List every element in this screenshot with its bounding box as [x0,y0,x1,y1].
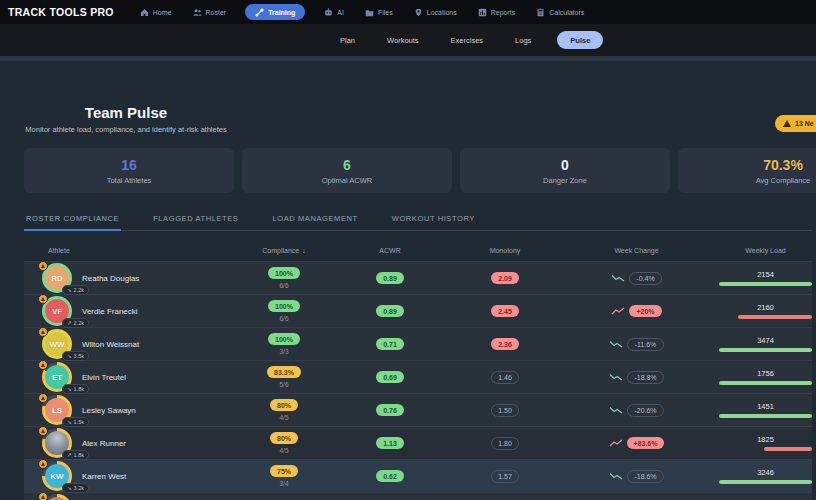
acwr-cell: 0.89 [324,262,456,294]
table-row-partial[interactable] [24,492,812,500]
trend-down-icon [611,274,625,282]
page-header: Team Pulse Monitor athlete load, complia… [24,104,228,134]
nav-item-calculators[interactable]: Calculators [534,4,586,20]
week-change-cell: +83.6% [554,427,719,459]
trend-up-icon [609,439,623,447]
table-row[interactable]: LS↘1.5kLesley Sawayn80%4/50.761.50-20.6%… [24,393,812,426]
table-row[interactable]: VF↗2.2kVerdie Franecki100%6/60.892.45+20… [24,294,812,327]
nav-item-ai[interactable]: AI [322,4,346,20]
stat-card-total-athletes: 16Total Athletes [24,148,234,193]
nav-item-locations[interactable]: Locations [412,4,459,20]
nav-item-roster[interactable]: Roster [191,4,229,20]
mini-load-pill: ↗1.8k [62,450,89,460]
subnav-tab-exercises[interactable]: Exercises [445,32,490,49]
compliance-badge: 100% [268,333,300,345]
nav-item-files[interactable]: Files [363,4,395,20]
column-header-compliance[interactable]: Compliance↓ [244,247,324,254]
week-change-cell [554,493,719,500]
section-tab-workout-history[interactable]: WORKOUT HISTORY [390,207,477,230]
acwr-badge: 0.76 [376,404,404,416]
column-header-week-change[interactable]: Week Change [554,247,719,254]
section-tab-load-management[interactable]: LOAD MANAGEMENT [270,207,359,230]
table-row[interactable]: ET↘1.8kElvin Treutel83.3%5/60.691.46-18.… [24,360,812,393]
nav-items: HomeRosterTrainingAIFilesLocationsReport… [138,4,603,20]
compliance-fraction: 5/6 [279,381,288,388]
compliance-cell [244,493,324,500]
nav-item-label: Files [378,9,393,16]
week-change-cell: -18.8% [554,361,719,393]
subnav-tab-logs[interactable]: Logs [509,32,537,49]
load-bar [764,447,812,451]
column-header-weekly-load[interactable]: Weekly Load [719,247,812,254]
column-header-athlete[interactable]: Athlete [24,247,244,254]
compliance-badge: 75% [270,465,298,477]
nav-item-label: Roster [206,9,227,16]
monotony-badge: 2.09 [491,272,519,284]
compliance-badge: 80% [270,432,298,444]
warning-dot-icon [38,393,48,403]
compliance-fraction: 4/5 [279,447,288,454]
stat-card-optimal-acwr: 6Optimal ACWR [242,148,452,193]
week-change-badge: -20.6% [627,404,664,417]
table-row[interactable]: WW↘3.5kWilton Weissnat100%3/30.712.36-11… [24,327,812,360]
warning-dot-icon [38,492,48,500]
avatar: VF↗2.2k [42,296,72,326]
compliance-cell: 80%4/5 [244,427,324,459]
athlete-cell: ET↘1.8kElvin Treutel [24,361,244,393]
trend-up-icon [611,307,625,315]
warning-dot-icon [38,426,48,436]
acwr-badge: 0.71 [376,338,404,350]
warning-dot-triangle [41,495,45,499]
roster-icon [193,8,202,17]
athlete-cell: RD↘2.2kReatha Douglas [24,262,244,294]
compliance-cell: 80%4/5 [244,394,324,426]
monotony-cell: 1.46 [456,361,554,393]
subnav-tab-workouts[interactable]: Workouts [381,32,425,49]
monotony-badge: 2.36 [491,338,519,350]
warning-dot-icon [38,261,48,271]
warning-dot-triangle [41,264,45,268]
load-bar-track [719,348,812,352]
weekly-load-cell: 3246 [719,460,812,492]
nav-item-label: Training [268,9,295,16]
column-header-acwr[interactable]: ACWR [324,247,456,254]
load-bar [719,381,812,385]
acwr-badge: 0.89 [376,272,404,284]
table-row[interactable]: KW↘3.2kKarren West75%3/40.621.57-18.6%32… [24,459,812,492]
table-row[interactable]: ↗1.8kAlex Runner80%4/51.131.80+83.6%1825 [24,426,812,459]
warning-triangle-icon [783,120,791,127]
stat-card-avg-compliance: 70.3%Avg Compliance [678,148,816,193]
mini-load-value: 1.8k [74,386,84,392]
mini-trend-icon: ↘ [67,485,72,491]
nav-item-reports[interactable]: Reports [476,4,518,20]
nav-item-training[interactable]: Training [245,4,305,20]
column-header-monotony[interactable]: Monotony [456,247,554,254]
subnav-bar: PlanWorkoutsExercisesLogsPulse [0,24,816,56]
weekly-load-cell: 2154 [719,262,812,294]
nav-item-home[interactable]: Home [138,4,174,20]
subnav-tab-plan[interactable]: Plan [334,32,361,49]
athlete-cell: VF↗2.2kVerdie Franecki [24,295,244,327]
warning-dot-icon [38,327,48,337]
load-bar-track [719,381,812,385]
mini-trend-icon: ↘ [67,419,72,425]
load-bar-track [719,282,812,286]
stat-label: Avg Compliance [756,176,810,185]
ai-icon [324,8,333,17]
section-tab-flagged-athletes[interactable]: FLAGGED ATHLETES [151,207,240,230]
subnav-tab-pulse[interactable]: Pulse [557,31,603,49]
section-tabs: ROSTER COMPLIANCEFLAGGED ATHLETESLOAD MA… [24,207,812,231]
acwr-cell: 0.76 [324,394,456,426]
content-top-band [0,56,816,61]
week-change-cell: -20.6% [554,394,719,426]
attention-badge[interactable]: 13 Ne [775,115,816,132]
app-logo: TRACK TOOLS PRO [8,6,114,18]
mini-load-pill: ↘3.5k [62,351,89,361]
home-icon [140,8,149,17]
load-bar [719,414,812,418]
week-change-badge: +20% [629,305,661,317]
section-tab-roster-compliance[interactable]: ROSTER COMPLIANCE [24,207,121,231]
table-row[interactable]: RD↘2.2kReatha Douglas100%6/60.892.09-0.4… [24,261,812,294]
nav-item-label: Home [153,9,172,16]
compliance-badge: 80% [270,399,298,411]
